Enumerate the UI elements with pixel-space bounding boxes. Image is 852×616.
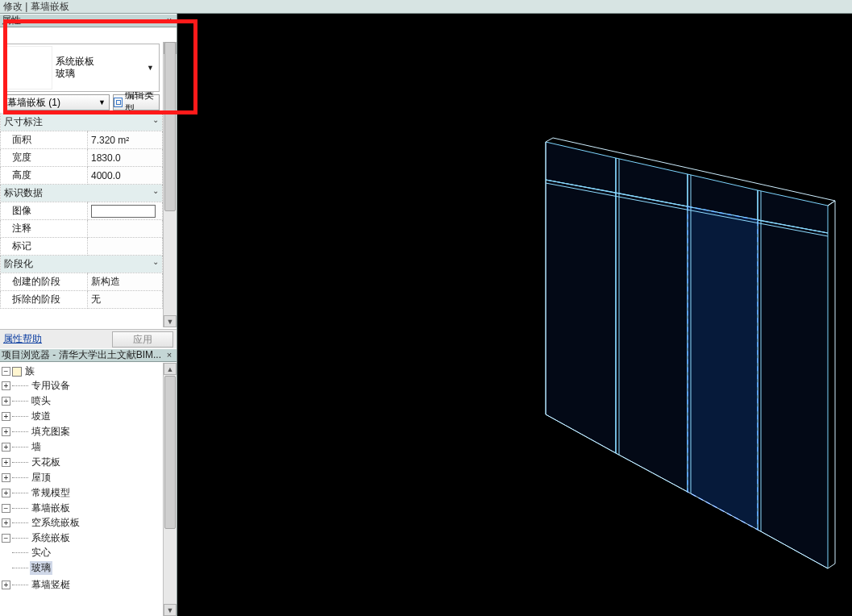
tree-item-system-panel[interactable]: 系统嵌板 bbox=[30, 531, 72, 545]
curtain-wall-model bbox=[177, 14, 852, 616]
scroll-down-icon[interactable]: ▼ bbox=[164, 604, 177, 616]
apply-button[interactable]: 应用 bbox=[112, 331, 173, 348]
close-icon[interactable]: × bbox=[164, 15, 175, 26]
tree-item-empty-system-panel[interactable]: 空系统嵌板 bbox=[30, 516, 81, 530]
tree-item[interactable]: 坡道 bbox=[30, 410, 52, 423]
scroll-up-icon[interactable]: ▲ bbox=[164, 363, 177, 375]
close-icon[interactable]: × bbox=[164, 349, 175, 360]
tree-item[interactable]: 屋顶 bbox=[30, 471, 52, 485]
tree-item-mullions[interactable]: 幕墙竖梃 bbox=[30, 578, 72, 592]
row-width-value: 1830.0 bbox=[88, 149, 163, 167]
row-comments-label: 注释 bbox=[1, 220, 88, 238]
svg-marker-7 bbox=[688, 206, 758, 530]
type-thumbnail-icon bbox=[6, 46, 52, 89]
tree-root-families[interactable]: 族 bbox=[23, 364, 36, 378]
project-browser-tree[interactable]: −族 +专用设备 +喷头 +坡道 +填充图案 +墙 +天花板 +屋顶 +常规模型 bbox=[0, 362, 177, 616]
row-width-label: 宽度 bbox=[1, 149, 88, 167]
tree-item[interactable]: 常规模型 bbox=[30, 486, 72, 500]
properties-palette: 属性 × 系统嵌板 玻璃 ▼ 幕墙嵌板 (1) bbox=[0, 14, 177, 348]
project-browser-header: 项目浏览器 - 清华大学出土文献BIM... × bbox=[0, 348, 177, 362]
tree-item[interactable]: 专用设备 bbox=[30, 379, 72, 393]
tree-item-glass[interactable]: 玻璃 bbox=[30, 561, 52, 575]
tree-item[interactable]: 喷头 bbox=[30, 394, 52, 408]
expand-caret-icon: ⌄ bbox=[152, 257, 159, 266]
tree-collapse-icon[interactable]: − bbox=[2, 504, 10, 513]
tree-expand-icon[interactable]: + bbox=[2, 381, 10, 390]
row-height-value: 4000.0 bbox=[88, 167, 163, 185]
tree-expand-icon[interactable]: + bbox=[2, 489, 10, 497]
row-image-value[interactable] bbox=[88, 202, 163, 220]
tree-collapse-icon[interactable]: − bbox=[2, 367, 10, 376]
instance-filter-dropdown[interactable]: 幕墙嵌板 (1) ▼ bbox=[3, 94, 110, 110]
tree-item[interactable]: 墙 bbox=[30, 440, 43, 454]
type-selector-text: 系统嵌板 玻璃 bbox=[54, 56, 159, 80]
properties-help-link[interactable]: 属性帮助 bbox=[3, 332, 42, 346]
row-area-value: 7.320 m² bbox=[88, 131, 163, 149]
image-input[interactable] bbox=[91, 205, 156, 218]
tree-expand-icon[interactable]: + bbox=[2, 397, 10, 406]
project-browser-title: 项目浏览器 - 清华大学出土文献BIM... bbox=[2, 348, 161, 362]
group-dimensions[interactable]: 尺寸标注⌄ bbox=[1, 114, 163, 131]
tree-expand-icon[interactable]: + bbox=[2, 581, 10, 589]
type-family-name: 系统嵌板 bbox=[56, 56, 159, 68]
type-selector[interactable]: 系统嵌板 玻璃 ▼ bbox=[3, 44, 160, 92]
group-phasing[interactable]: 阶段化⌄ bbox=[1, 256, 163, 273]
svg-marker-5 bbox=[616, 193, 688, 492]
context-title-bar: 修改 | 幕墙嵌板 bbox=[0, 0, 852, 14]
properties-scrollbar[interactable]: ▲ ▼ bbox=[163, 42, 177, 327]
tree-expand-icon[interactable]: + bbox=[2, 443, 10, 452]
row-mark-value[interactable] bbox=[88, 238, 163, 256]
scroll-thumb[interactable] bbox=[164, 42, 176, 211]
row-mark-label: 标记 bbox=[1, 238, 88, 256]
3d-viewport[interactable] bbox=[177, 14, 852, 616]
tree-item[interactable]: 天花板 bbox=[30, 456, 62, 469]
row-phase-demolished-value[interactable]: 无 bbox=[88, 291, 163, 309]
row-comments-value[interactable] bbox=[88, 220, 163, 238]
browser-scrollbar[interactable]: ▲ ▼ bbox=[163, 363, 177, 616]
tree-collapse-icon[interactable]: − bbox=[2, 534, 10, 543]
project-browser-panel: 项目浏览器 - 清华大学出土文献BIM... × −族 +专用设备 +喷头 +坡… bbox=[0, 348, 177, 616]
row-height-label: 高度 bbox=[1, 167, 88, 185]
edit-type-button[interactable]: 编辑类型 bbox=[113, 94, 160, 110]
row-phase-created-label: 创建的阶段 bbox=[1, 273, 88, 291]
row-image-label: 图像 bbox=[1, 202, 88, 220]
scroll-down-icon[interactable]: ▼ bbox=[164, 315, 177, 327]
tree-item-curtain-panels[interactable]: 幕墙嵌板 bbox=[30, 502, 72, 515]
scroll-thumb[interactable] bbox=[164, 376, 176, 529]
row-phase-demolished-label: 拆除的阶段 bbox=[1, 291, 88, 309]
svg-marker-4 bbox=[546, 180, 616, 453]
edit-type-icon bbox=[114, 98, 123, 107]
expand-caret-icon: ⌄ bbox=[152, 115, 159, 124]
properties-panel-title: 属性 bbox=[2, 14, 21, 27]
chevron-down-icon: ▼ bbox=[147, 64, 154, 72]
tree-expand-icon[interactable]: + bbox=[2, 427, 10, 436]
properties-table: 尺寸标注⌄ 面积7.320 m² 宽度1830.0 高度4000.0 标识数据⌄… bbox=[0, 113, 163, 309]
instance-filter-label: 幕墙嵌板 (1) bbox=[7, 96, 60, 110]
chevron-down-icon: ▼ bbox=[98, 98, 106, 106]
row-phase-created-value[interactable]: 新构造 bbox=[88, 273, 163, 291]
tree-item-solid[interactable]: 实心 bbox=[30, 546, 52, 560]
tree-expand-icon[interactable]: + bbox=[2, 518, 10, 527]
group-identity[interactable]: 标识数据⌄ bbox=[1, 185, 163, 202]
type-type-name: 玻璃 bbox=[56, 68, 159, 80]
edit-type-label: 编辑类型 bbox=[125, 89, 159, 116]
tree-expand-icon[interactable]: + bbox=[2, 458, 10, 467]
expand-caret-icon: ⌄ bbox=[152, 186, 159, 195]
properties-panel-header: 属性 × bbox=[0, 14, 177, 27]
tree-expand-icon[interactable]: + bbox=[2, 473, 10, 482]
tree-expand-icon[interactable]: + bbox=[2, 412, 10, 421]
svg-marker-6 bbox=[758, 220, 828, 568]
folder-icon bbox=[12, 367, 22, 377]
row-area-label: 面积 bbox=[1, 131, 88, 149]
tree-item[interactable]: 填充图案 bbox=[30, 425, 72, 439]
